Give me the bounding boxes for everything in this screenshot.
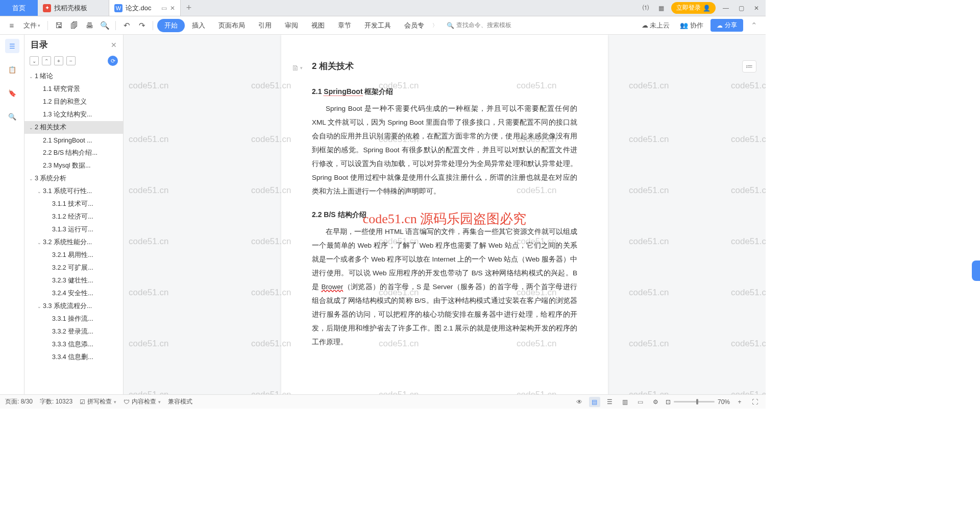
cloud-status[interactable]: ☁ 未上云 xyxy=(639,19,673,32)
ribbon-tab-4[interactable]: 审阅 xyxy=(279,19,304,32)
outline-item-label: 3.3.2 登录流... xyxy=(52,327,93,336)
window-close[interactable]: ✕ xyxy=(751,5,762,12)
outline-icon[interactable]: ☰ xyxy=(5,39,19,53)
outline-item[interactable]: ⌄3.2 系统性能分... xyxy=(24,236,123,249)
compat-mode[interactable]: 兼容模式 xyxy=(168,397,192,406)
page-indicator-icon[interactable]: 🗎▾ xyxy=(291,63,303,72)
outline-item[interactable]: 3.1.1 技术可... xyxy=(24,198,123,210)
close-icon[interactable]: ✕ xyxy=(111,41,117,49)
chevron-right-icon[interactable]: 〉 xyxy=(432,22,437,29)
chevron-up-icon[interactable]: ⌃ xyxy=(747,19,761,32)
bookmark-icon[interactable]: 🔖 xyxy=(5,86,19,100)
expand-all-icon[interactable]: ⌃ xyxy=(42,56,51,65)
undo-icon[interactable]: ↶ xyxy=(120,19,133,32)
tab-close-icon[interactable]: ✕ xyxy=(170,5,175,12)
add-view-icon[interactable]: + xyxy=(734,397,745,407)
zoom-control: ⊡ 70% xyxy=(666,398,730,406)
outline-item[interactable]: 3.2.3 健壮性... xyxy=(24,274,123,287)
outline-item[interactable]: 3.3.3 信息添... xyxy=(24,338,123,351)
outline-item[interactable]: ⌄3.1 系统可行性... xyxy=(24,185,123,198)
ribbon-tab-7[interactable]: 开发工具 xyxy=(358,19,397,32)
document-viewport[interactable]: ≔ 🗎▾ 2 相关技术 2.1 SpringBoot 框架介绍 Spring B… xyxy=(124,35,766,394)
ribbon-tab-5[interactable]: 视图 xyxy=(305,19,331,32)
outline-item[interactable]: ⌄1 绪论 xyxy=(24,70,123,83)
outline-item[interactable]: 3.1.3 运行可... xyxy=(24,223,123,236)
apps-icon[interactable]: ▦ xyxy=(656,5,666,12)
outline-item-label: 2.1 SpringBoot ... xyxy=(43,137,92,144)
collab-icon: 👥 xyxy=(680,21,688,29)
page-status[interactable]: 页面: 8/30 xyxy=(5,397,33,406)
outline-item[interactable]: 2.1 SpringBoot ... xyxy=(24,134,123,147)
clipboard-icon[interactable]: 📋 xyxy=(5,62,19,77)
tab-document[interactable]: W 论文.doc ▭ ✕ xyxy=(109,0,181,16)
outline-item[interactable]: 1.1 研究背景 xyxy=(24,83,123,96)
command-search[interactable]: 🔍 查找命令、搜索模板 xyxy=(447,21,511,30)
outline-item[interactable]: 1.3 论文结构安... xyxy=(24,108,123,121)
window-maximize[interactable]: ▢ xyxy=(736,5,746,12)
ribbon-tab-8[interactable]: 会员专 xyxy=(398,19,430,32)
outline-item[interactable]: ⌄3.3 系统流程分... xyxy=(24,300,123,313)
page-view-icon[interactable]: ▤ xyxy=(589,397,600,407)
outline-item[interactable]: 3.3.2 登录流... xyxy=(24,325,123,338)
login-button[interactable]: 立即登录👤 xyxy=(671,2,716,14)
tab-add-button[interactable]: + xyxy=(181,0,197,16)
outline-item[interactable]: 2.2 B/S 结构介绍... xyxy=(24,147,123,159)
remove-level-icon[interactable]: − xyxy=(66,56,76,65)
web-view-icon[interactable]: ▥ xyxy=(620,397,631,407)
zoom-fit-icon[interactable]: ⊡ xyxy=(666,398,671,406)
print-icon[interactable]: 🖶 xyxy=(83,19,96,32)
share-button[interactable]: ☁分享 xyxy=(710,19,743,32)
left-sidebar: ☰ 📋 🔖 🔍 xyxy=(0,35,24,394)
saveas-icon[interactable]: 🗐 xyxy=(67,19,81,32)
spellcheck-toggle[interactable]: ☑拼写检查 ▾ xyxy=(80,397,116,406)
menu-icon[interactable]: ≡ xyxy=(5,19,18,32)
settings-icon[interactable]: ⚙ xyxy=(650,397,662,407)
word-count[interactable]: 字数: 10323 xyxy=(40,397,72,406)
search-panel-icon[interactable]: 🔍 xyxy=(5,109,19,124)
outline-view-icon[interactable]: ☰ xyxy=(604,397,616,407)
outline-item[interactable]: 3.2.2 可扩展... xyxy=(24,262,123,274)
outline-item[interactable]: 3.3.4 信息删... xyxy=(24,351,123,364)
content-check[interactable]: 🛡内容检查 ▾ xyxy=(124,397,161,406)
sync-badge-icon[interactable]: ⟳ xyxy=(108,56,118,66)
ribbon-tab-2[interactable]: 页面布局 xyxy=(212,19,251,32)
side-panel-toggle[interactable]: ≔ xyxy=(742,60,756,73)
ribbon-tab-3[interactable]: 引用 xyxy=(252,19,278,32)
paragraph: Spring Boot 是一种不需要代码生成的一种框架，并且可以不需要配置任何的… xyxy=(312,102,577,198)
redo-icon[interactable]: ↷ xyxy=(135,19,149,32)
outline-item[interactable]: ⌄3 系统分析 xyxy=(24,172,123,185)
tab-template[interactable]: ✦ 找稻壳模板 xyxy=(38,0,109,16)
chevron-down-icon: ⌄ xyxy=(28,74,35,79)
ribbon-tab-1[interactable]: 插入 xyxy=(186,19,211,32)
tab-home[interactable]: 首页 xyxy=(0,0,38,16)
outline-item[interactable]: ⌄2 相关技术 xyxy=(24,121,123,134)
zoom-slider[interactable] xyxy=(674,401,715,402)
outline-item-label: 3.2.2 可扩展... xyxy=(52,264,93,272)
outline-item[interactable]: 2.3 Mysql 数据... xyxy=(24,159,123,172)
outline-item-label: 1.2 目的和意义 xyxy=(43,98,87,106)
ribbon-tab-0[interactable]: 开始 xyxy=(157,19,185,32)
outline-item[interactable]: 3.2.1 易用性... xyxy=(24,249,123,262)
tab-window-icon[interactable]: ▭ xyxy=(161,5,167,12)
watermark-text: code51.cn xyxy=(731,134,766,145)
window-minimize[interactable]: — xyxy=(721,5,731,12)
save-icon[interactable]: 🖫 xyxy=(52,19,65,32)
fullscreen-icon[interactable]: ⛶ xyxy=(749,397,761,407)
add-level-icon[interactable]: + xyxy=(54,56,63,65)
outline-item-label: 3.1.3 运行可... xyxy=(52,225,93,234)
zoom-value[interactable]: 70% xyxy=(718,398,730,406)
collapse-all-icon[interactable]: ⌄ xyxy=(30,56,39,65)
watermark-text: code51.cn xyxy=(129,185,168,196)
read-view-icon[interactable]: ▭ xyxy=(635,397,646,407)
preview-icon[interactable]: 🔍 xyxy=(98,19,111,32)
file-menu[interactable]: 文件 ▾ xyxy=(20,19,43,32)
collab-button[interactable]: 👥 协作 xyxy=(677,19,706,32)
outline-item-label: 3.1.2 经济可... xyxy=(52,212,93,221)
ribbon-tab-6[interactable]: 章节 xyxy=(332,19,357,32)
outline-item[interactable]: 3.3.1 操作流... xyxy=(24,313,123,325)
layout-icon[interactable]: ⑴ xyxy=(641,4,651,12)
eye-icon[interactable]: 👁 xyxy=(574,397,585,407)
outline-item[interactable]: 3.1.2 经济可... xyxy=(24,210,123,223)
outline-item[interactable]: 3.2.4 安全性... xyxy=(24,287,123,300)
outline-item[interactable]: 1.2 目的和意义 xyxy=(24,96,123,108)
